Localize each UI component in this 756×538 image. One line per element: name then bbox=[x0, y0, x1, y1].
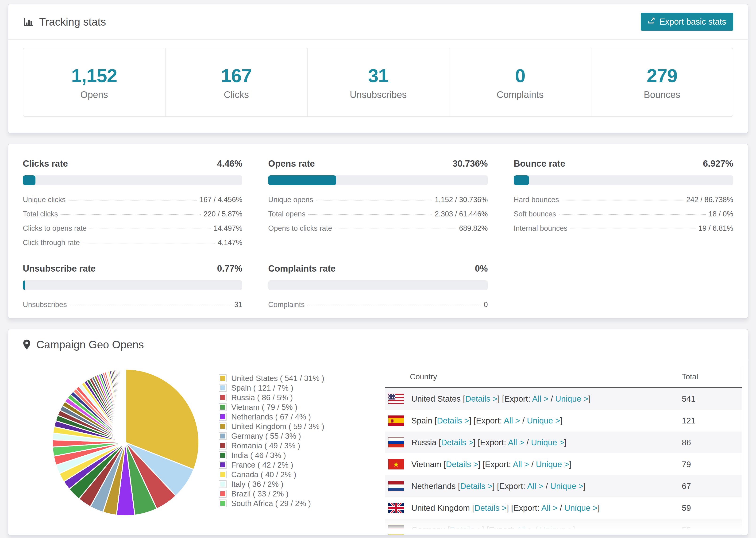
geo-opens-pie-chart[interactable] bbox=[50, 367, 201, 517]
vn-flag-icon bbox=[388, 459, 404, 469]
legend-color-swatch bbox=[219, 471, 227, 478]
export-all-link[interactable]: All > bbox=[504, 416, 520, 425]
legend-item-label: United States ( 541 / 31% ) bbox=[231, 374, 324, 383]
legend-item-vietnam[interactable]: Vietnam ( 79 / 5% ) bbox=[219, 402, 324, 412]
legend-item-label: Netherlands ( 67 / 4% ) bbox=[231, 412, 311, 421]
rate-detail-row: Total clicks220 / 5.87% bbox=[23, 210, 242, 218]
opens-rate-progressbar bbox=[268, 175, 488, 185]
rate-detail-label: Clicks to opens rate bbox=[23, 224, 87, 233]
dotted-leader bbox=[570, 229, 696, 229]
unsubscribes-count: 31 bbox=[307, 65, 449, 86]
bounce-rate-title: Bounce rate bbox=[514, 159, 566, 169]
tracking-stats-panel: Tracking stats Export basic stats 1,152 … bbox=[8, 4, 748, 133]
details-link[interactable]: Details > bbox=[474, 503, 507, 512]
es-flag-icon bbox=[388, 415, 404, 426]
bracket-text: ] [Export: bbox=[492, 481, 527, 491]
legend-item-spain[interactable]: Spain ( 121 / 7% ) bbox=[219, 383, 324, 393]
dotted-leader bbox=[335, 229, 457, 229]
gb-flag-icon bbox=[388, 503, 404, 513]
legend-item-india[interactable]: India ( 46 / 3% ) bbox=[219, 451, 324, 460]
country-name: United States bbox=[411, 394, 463, 403]
export-unique-link[interactable]: Unique > bbox=[527, 416, 560, 425]
country-total: 67 bbox=[682, 481, 742, 491]
legend-item-south-africa[interactable]: South Africa ( 29 / 2% ) bbox=[219, 499, 324, 508]
bracket-text: / bbox=[558, 503, 565, 512]
stat-opens: 1,152 Opens bbox=[23, 48, 165, 116]
rate-detail-label: Click through rate bbox=[23, 239, 80, 247]
bounce-rate-value: 6.927% bbox=[703, 159, 733, 169]
rate-detail-row: Unsubscribes31 bbox=[23, 300, 242, 309]
export-all-link[interactable]: All > bbox=[541, 503, 558, 512]
details-link[interactable]: Details > bbox=[450, 525, 482, 534]
bracket-text: [ bbox=[439, 438, 441, 447]
export-unique-link[interactable]: Unique > bbox=[555, 394, 588, 403]
rate-detail-row: Opens to clicks rate689.82% bbox=[268, 224, 488, 233]
legend-item-canada[interactable]: Canada ( 40 / 2% ) bbox=[219, 470, 324, 479]
country-total: 541 bbox=[682, 394, 742, 404]
export-all-link[interactable]: All > bbox=[508, 438, 524, 447]
export-all-link[interactable]: All > bbox=[516, 525, 533, 534]
legend-item-label: Italy ( 36 / 2% ) bbox=[231, 480, 283, 489]
bracket-text: [ bbox=[463, 394, 465, 403]
rate-detail-row: Clicks to opens rate14.497% bbox=[23, 224, 242, 233]
bracket-text: / bbox=[543, 481, 550, 491]
tracking-stats-header: Tracking stats Export basic stats bbox=[8, 4, 748, 40]
rate-detail-value: 14.497% bbox=[214, 224, 242, 233]
details-link[interactable]: Details > bbox=[437, 416, 469, 425]
legend-color-swatch bbox=[219, 500, 227, 507]
legend-item-label: Russia ( 86 / 5% ) bbox=[231, 393, 293, 402]
legend-item-united-states[interactable]: United States ( 541 / 31% ) bbox=[219, 373, 324, 383]
legend-color-swatch bbox=[219, 384, 227, 392]
legend-item-label: United Kingdom ( 59 / 3% ) bbox=[231, 422, 324, 431]
legend-item-russia[interactable]: Russia ( 86 / 5% ) bbox=[219, 393, 324, 402]
legend-item-germany[interactable]: Germany ( 55 / 3% ) bbox=[219, 431, 324, 441]
legend-item-brazil[interactable]: Brazil ( 33 / 2% ) bbox=[219, 489, 324, 499]
legend-item-italy[interactable]: Italy ( 36 / 2% ) bbox=[219, 479, 324, 489]
rate-detail-label: Internal bounces bbox=[514, 224, 567, 233]
clicks-count: 167 bbox=[166, 65, 307, 86]
bracket-text: / bbox=[520, 416, 527, 425]
export-unique-link[interactable]: Unique > bbox=[540, 525, 573, 534]
bracket-text: ] bbox=[564, 438, 567, 447]
bar-chart-icon bbox=[23, 17, 33, 27]
export-all-link[interactable]: All > bbox=[513, 459, 529, 469]
export-unique-link[interactable]: Unique > bbox=[565, 503, 598, 512]
details-link[interactable]: Details > bbox=[446, 459, 478, 469]
export-all-link[interactable]: All > bbox=[527, 481, 543, 491]
export-unique-link[interactable]: Unique > bbox=[531, 438, 564, 447]
legend-item-united-kingdom[interactable]: United Kingdom ( 59 / 3% ) bbox=[219, 422, 324, 431]
dotted-leader bbox=[89, 229, 211, 229]
complaints-rate-progressbar bbox=[268, 280, 488, 290]
rates-panel: Clicks rate 4.46% Unique clicks167 / 4.4… bbox=[8, 144, 748, 319]
bracket-text: ] [Export: bbox=[507, 503, 541, 512]
export-unique-link[interactable]: Unique > bbox=[550, 481, 583, 491]
export-unique-link[interactable]: Unique > bbox=[536, 459, 569, 469]
export-all-link[interactable]: All > bbox=[532, 394, 549, 403]
legend-item-netherlands[interactable]: Netherlands ( 67 / 4% ) bbox=[219, 412, 324, 422]
summary-stats-row: 1,152 Opens 167 Clicks 31 Unsubscribes 0… bbox=[23, 48, 733, 117]
complaints-rate-block: Complaints rate 0% Complaints0 bbox=[268, 264, 488, 315]
clicks-rate-title: Clicks rate bbox=[23, 159, 68, 169]
dotted-leader bbox=[562, 200, 683, 200]
geo-opens-body: United States ( 541 / 31% )Spain ( 121 /… bbox=[8, 360, 748, 525]
details-link[interactable]: Details > bbox=[465, 394, 498, 403]
legend-color-swatch bbox=[219, 403, 227, 411]
rate-detail-label: Total clicks bbox=[23, 210, 58, 218]
dotted-leader bbox=[61, 214, 201, 215]
legend-color-swatch bbox=[219, 480, 227, 488]
geo-table-row: Spain [Details >] [Export: All > / Uniqu… bbox=[385, 409, 742, 431]
bracket-text: ] [Export: bbox=[498, 394, 532, 403]
country-name: Vietnam bbox=[411, 459, 444, 469]
country-total: 79 bbox=[682, 459, 742, 469]
total-column-header: Total bbox=[682, 372, 742, 381]
rate-detail-value: 1,152 / 30.736% bbox=[435, 195, 488, 204]
legend-item-france[interactable]: France ( 42 / 2% ) bbox=[219, 460, 324, 470]
legend-item-label: Canada ( 40 / 2% ) bbox=[231, 470, 296, 479]
legend-item-romania[interactable]: Romania ( 49 / 3% ) bbox=[219, 441, 324, 451]
stat-unsubscribes: 31 Unsubscribes bbox=[307, 48, 449, 116]
details-link[interactable]: Details > bbox=[441, 438, 473, 447]
details-link[interactable]: Details > bbox=[460, 481, 492, 491]
complaints-rate-value: 0% bbox=[475, 264, 488, 274]
legend-color-swatch bbox=[219, 442, 227, 450]
export-basic-stats-button[interactable]: Export basic stats bbox=[641, 13, 733, 31]
